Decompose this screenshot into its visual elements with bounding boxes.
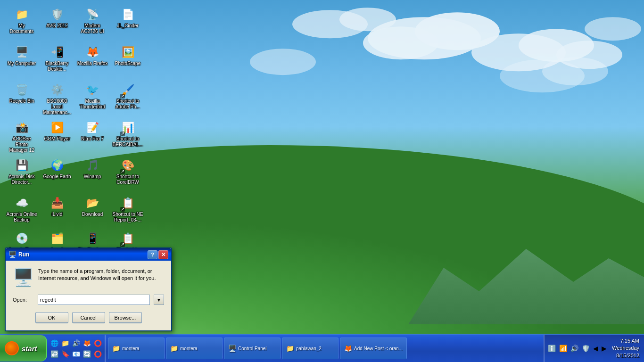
run-dialog-description: Type the name of a program, folder, docu… xyxy=(38,268,156,282)
desktop-icon-bsc6000[interactable]: ⚙️ BSC6000 Local Maintenanc... xyxy=(40,80,74,118)
run-dialog-body: 🖥️ Type the name of a program, folder, d… xyxy=(6,261,171,330)
my-documents-label: My Documents xyxy=(6,23,37,34)
modem-icon: 📡 xyxy=(85,7,100,22)
desktop-icon-blackberry[interactable]: 📲 BlackBerry Deskto... xyxy=(40,42,74,74)
desktop-icon-acronis-disk[interactable]: 💾 Acronis Disk Director... xyxy=(5,156,39,188)
desktop-icon-modem[interactable]: 📡 Modem AC2726 UI xyxy=(75,5,109,37)
winamp-label: Winamp xyxy=(84,174,101,180)
taskbar-btn-addnewpost-icon: 🦊 xyxy=(344,345,352,352)
ql-extra2-icon[interactable]: ⭕ xyxy=(93,349,102,359)
taskbar-btn-addnewpost[interactable]: 🦊 Add New Post < oran... xyxy=(340,337,407,359)
desktop-icon-ilivid[interactable]: 📥 iLivid xyxy=(40,193,74,220)
run-dialog-controls: ? ✕ xyxy=(148,250,168,259)
desktop-icon-coreldraw[interactable]: 🎨 Shortcut to CorelDRW xyxy=(111,156,145,188)
acronis-disk-icon: 💾 xyxy=(14,158,29,173)
desktop-icon-download[interactable]: 📂 Download xyxy=(75,193,109,220)
taskbar-btn-controlpanel[interactable]: 🖥️ Control Panel xyxy=(224,337,281,359)
taskbar-btn-montera1-icon: 📁 xyxy=(112,345,120,352)
tray-clock[interactable]: 7:15 AM Wednesday 8/15/2012 xyxy=(610,337,642,359)
desktop-icon-acdsee[interactable]: 📸 ACDSee Photo Manager 12 xyxy=(5,118,39,156)
desktop-icon-bercaibal[interactable]: 📊 Shortcut to BERCAIBAL... xyxy=(111,118,145,150)
taskbar-btn-pahlawan-icon: 📁 xyxy=(286,345,294,352)
desktop-icon-nitro[interactable]: 📝 Nitro Pro 7 xyxy=(75,118,109,144)
run-dialog: 🖥️ Run ? ✕ 🖥️ Type the name of a program… xyxy=(5,247,172,331)
desktop-icon-avg[interactable]: 🛡️ AVG 2012 xyxy=(40,5,74,31)
run-dialog-cancel-button[interactable]: Cancel xyxy=(72,312,105,323)
tray-time: 7:15 AM xyxy=(612,337,639,345)
run-dialog-buttons: OK Cancel Browse... xyxy=(13,312,164,323)
run-dialog-dropdown-button[interactable]: ▼ xyxy=(154,295,164,305)
recycle-label: Recycle Bin xyxy=(9,99,34,104)
tray-icon-security[interactable]: 🛡️ xyxy=(581,344,591,353)
svg-point-3 xyxy=(471,33,566,71)
google-earth-icon: 🌍 xyxy=(50,158,65,173)
desktop-icon-gomplayer[interactable]: ▶️ GOM Player xyxy=(40,118,74,144)
taskbar-buttons: 📁 montera 📁 montera 🖥️ Control Panel 📁 p… xyxy=(106,335,544,362)
taskbar-btn-controlpanel-label: Control Panel xyxy=(238,346,267,351)
ql-mail-icon[interactable]: 📧 xyxy=(71,349,81,359)
desktop-icon-adobe[interactable]: 🖌️ Shortcut to Adobe Ph... xyxy=(111,80,145,112)
tray-icon-arrow-left[interactable]: ◀ xyxy=(592,344,599,353)
bluestacks-icon: 📱 xyxy=(85,231,100,246)
run-dialog-pc-icon: 🖥️ xyxy=(13,268,33,288)
desktop-icon-my-documents[interactable]: 📁 My Documents xyxy=(5,5,39,37)
desktop-icon-nereport[interactable]: 📋 Shortcut to NE Report_03-... xyxy=(111,193,145,225)
run-dialog-ok-button[interactable]: OK xyxy=(35,312,68,323)
desktop-icon-jlcinder[interactable]: 📄 JL_Cinder xyxy=(111,5,145,31)
taskbar-btn-montera1[interactable]: 📁 montera xyxy=(108,337,165,359)
run-dialog-help-button[interactable]: ? xyxy=(148,250,157,259)
ql-ie-icon[interactable]: 🌐 xyxy=(50,338,59,348)
ql-folder-icon[interactable]: 📁 xyxy=(60,338,70,348)
ql-firefox-icon[interactable]: 🦊 xyxy=(82,338,91,348)
taskbar-btn-montera2-icon: 📁 xyxy=(170,345,178,352)
taskbar-btn-montera2[interactable]: 📁 montera xyxy=(166,337,223,359)
desktop-icon-recycle[interactable]: 🗑️ Recycle Bin xyxy=(5,80,39,107)
run-dialog-input[interactable] xyxy=(38,295,150,305)
shortcut4-icon: 📋 xyxy=(120,231,135,246)
run-dialog-browse-button[interactable]: Browse... xyxy=(109,312,142,323)
svg-point-11 xyxy=(542,57,608,85)
firefox-icon: 🦊 xyxy=(85,45,100,60)
svg-point-4 xyxy=(519,29,594,62)
run-dialog-open-label: Open: xyxy=(13,297,34,303)
taskbar: start 🌐 📁 🔊 🦊 ⭕ ↩️ 🔖 📧 🔄 ⭕ 📁 xyxy=(0,334,644,362)
tray-icon-network[interactable]: 📶 xyxy=(558,344,568,353)
ql-back-icon[interactable]: ↩️ xyxy=(50,349,59,359)
thunderbird-icon: 🐦 xyxy=(85,82,100,98)
run-dialog-title-icon: 🖥️ xyxy=(8,251,17,258)
system-tray: ℹ️ 📶 🔊 🛡️ ◀ ▶ 7:15 AM Wednesday 8/15/201… xyxy=(544,335,644,362)
tray-icon-arrow-right[interactable]: ▶ xyxy=(601,344,608,353)
run-dialog-title-text: Run xyxy=(18,251,146,258)
acronis-online-label: Acronis Online Backup xyxy=(6,212,37,223)
svg-point-8 xyxy=(585,17,641,41)
nitro-icon: 📝 xyxy=(85,120,100,135)
desktop-icon-thunderbird[interactable]: 🐦 Mozilla Thunderbird xyxy=(75,80,109,112)
start-button[interactable]: start xyxy=(0,335,47,362)
desktop-icon-google-earth[interactable]: 🌍 Google Earth xyxy=(40,156,74,182)
desktop-icon-firefox[interactable]: 🦊 Mozilla Firefox xyxy=(75,42,109,69)
photoscap-label: PhotoScape xyxy=(115,61,141,66)
tray-icon-volume[interactable]: 🔊 xyxy=(570,344,579,353)
ql-refresh-icon[interactable]: 🔄 xyxy=(82,349,91,359)
ql-bookmark-icon[interactable]: 🔖 xyxy=(60,349,70,359)
taskbar-btn-pahlawan[interactable]: 📁 pahlawan_2 xyxy=(282,337,339,359)
desktop-icon-mycomputer[interactable]: 🖥️ My Computer xyxy=(5,42,39,69)
desktop-icon-acronis-online[interactable]: ☁️ Acronis Online Backup xyxy=(5,193,39,225)
run-dialog-close-button[interactable]: ✕ xyxy=(158,250,168,259)
svg-point-6 xyxy=(292,10,368,38)
tray-icon-info[interactable]: ℹ️ xyxy=(547,344,557,353)
download-label: Download xyxy=(82,212,103,217)
avg-icon: 🛡️ xyxy=(50,7,65,22)
desktop-icon-photoscap[interactable]: 🖼️ PhotoScape xyxy=(111,42,145,69)
desktop-icon-winamp[interactable]: 🎵 Winamp xyxy=(75,156,109,182)
ql-extra-icon[interactable]: ⭕ xyxy=(93,338,102,348)
ilivid-icon: 📥 xyxy=(50,196,65,211)
acronis-disk-label: Acronis Disk Director... xyxy=(6,174,37,185)
bercaibal-label: Shortcut to BERCAIBAL... xyxy=(112,136,143,148)
adobe-label: Shortcut to Adobe Ph... xyxy=(112,99,143,110)
start-orb xyxy=(5,341,19,355)
gomplayer-label: GOM Player xyxy=(44,136,70,142)
quick-launch: 🌐 📁 🔊 🦊 ⭕ ↩️ 🔖 📧 🔄 ⭕ xyxy=(47,335,106,362)
ql-volume-icon[interactable]: 🔊 xyxy=(71,338,81,348)
winamp-icon: 🎵 xyxy=(85,158,100,173)
